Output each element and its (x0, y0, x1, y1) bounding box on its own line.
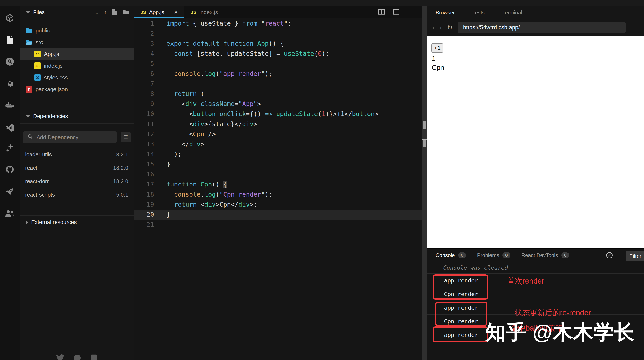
more-ellipsis-icon[interactable]: … (408, 9, 415, 16)
code-line: 16 (134, 169, 422, 179)
forward-icon[interactable]: › (440, 24, 442, 31)
rocket-icon[interactable] (0, 185, 20, 198)
download-icon[interactable]: ↓ (96, 9, 98, 15)
search-icon[interactable] (0, 55, 20, 68)
external-resources-header[interactable]: External resources (20, 215, 134, 229)
line-number: 11 (134, 119, 154, 129)
line-number: 10 (134, 109, 154, 119)
line-number: 16 (134, 169, 154, 179)
filter-button[interactable]: Filter (626, 251, 644, 261)
browser-tab-bar: BrowserTestsTerminal (436, 6, 522, 19)
file-label: src (36, 39, 43, 46)
panel-divider[interactable] (422, 6, 427, 360)
zhihu-watermark: 知乎 @木木学长 (486, 319, 635, 346)
settings-gear-icon[interactable] (0, 77, 20, 90)
folder-icon (26, 27, 33, 34)
clear-console-icon[interactable] (606, 252, 612, 258)
split-view-icon[interactable] (378, 9, 385, 15)
resize-handle-grip[interactable] (424, 140, 426, 147)
line-number: 9 (134, 99, 154, 109)
code-area[interactable]: 1import { useState } from "react";23expo… (134, 18, 422, 230)
file-tree-item-package-json[interactable]: npackage.json (20, 83, 134, 95)
dependency-name: react-scripts (25, 192, 55, 198)
upload-icon[interactable]: ↑ (104, 9, 107, 15)
twitter-icon[interactable] (56, 354, 64, 360)
close-icon[interactable]: ✕ (174, 9, 178, 15)
code-line: 20} (134, 210, 422, 220)
back-icon[interactable]: ‹ (432, 24, 434, 31)
ai-sparkles-icon[interactable] (0, 141, 20, 155)
line-number: 20 (134, 210, 154, 220)
new-folder-icon[interactable] (123, 9, 129, 15)
increment-button[interactable]: +1 (432, 43, 443, 53)
annotation-box-bailout (433, 327, 488, 343)
line-content: const [state, updateState] = useState(0)… (166, 49, 329, 59)
dependency-row-react[interactable]: react18.2.0 (20, 161, 134, 175)
dependency-version: 18.2.0 (113, 178, 128, 185)
console-tab-react-devtools[interactable]: React DevTools0 (521, 252, 569, 258)
dependency-row-react-dom[interactable]: react-dom18.2.0 (20, 175, 134, 188)
url-bar[interactable]: https://54wtrd.csb.app/ (458, 22, 626, 33)
github-icon[interactable] (0, 163, 20, 176)
code-line: 4 const [state, updateState] = useState(… (134, 49, 422, 59)
js-file-icon: JS (140, 10, 146, 15)
search-icon (28, 134, 33, 141)
line-content: ); (166, 149, 182, 159)
folder-open-icon (26, 39, 33, 46)
dependencies-section-header[interactable]: Dependencies (20, 109, 134, 124)
tab-label: index.js (199, 9, 218, 15)
code-line: 18 console.log("Cpn render"); (134, 189, 422, 200)
dependency-row-loader-utils[interactable]: loader-utils3.2.1 (20, 148, 134, 161)
line-number: 19 (134, 200, 154, 210)
console-tab-problems[interactable]: Problems0 (477, 252, 510, 258)
line-content: <div className="App"> (166, 99, 261, 109)
editor-tab-index-js[interactable]: JSindex.js (184, 6, 224, 18)
editor-toolbar: … (378, 6, 415, 18)
line-number: 2 (134, 28, 154, 38)
social-links (20, 354, 134, 360)
code-line: 13 </div> (134, 139, 422, 149)
codesandbox-box-icon[interactable] (90, 354, 98, 360)
dependency-row-react-scripts[interactable]: react-scripts5.0.1 (20, 188, 134, 201)
annotation-rerender: 状态更新后的re-render (515, 308, 591, 318)
add-dependency-input[interactable]: Add Dependency (23, 131, 116, 143)
file-tree-item-App-js[interactable]: JSApp.js (20, 48, 134, 60)
collaborators-icon[interactable] (0, 207, 20, 220)
docker-icon[interactable] (0, 99, 20, 112)
files-section-title: Files (33, 9, 45, 15)
file-tree-item-public[interactable]: public (20, 25, 134, 36)
url-text: https://54wtrd.csb.app/ (463, 24, 520, 31)
file-label: styles.css (44, 74, 68, 81)
code-line: 6 console.log("app render"); (134, 69, 422, 79)
line-number: 21 (134, 220, 154, 230)
dependency-menu-button[interactable]: ☰ (121, 132, 131, 142)
window-top-bar (0, 0, 644, 6)
line-content: } (166, 210, 170, 220)
add-dependency-placeholder: Add Dependency (36, 134, 78, 141)
github-icon[interactable] (74, 354, 81, 360)
line-number: 7 (134, 79, 154, 89)
editor-tab-App-js[interactable]: JSApp.js✕ (134, 6, 184, 18)
file-tree-item-src[interactable]: src (20, 36, 134, 48)
line-content: </div> (166, 139, 204, 149)
preview-icon[interactable] (393, 9, 399, 15)
files-icon[interactable] (0, 33, 20, 46)
js-icon: JS (34, 62, 41, 69)
reload-icon[interactable]: ↻ (447, 24, 452, 31)
new-file-icon[interactable] (112, 9, 118, 16)
editor-scrollbar-thumb[interactable] (424, 121, 426, 129)
console-tab-console[interactable]: Console0 (436, 252, 466, 258)
file-label: public (36, 27, 50, 34)
browser-tab-terminal[interactable]: Terminal (502, 10, 522, 16)
count-badge: 0 (458, 252, 466, 258)
browser-tab-browser[interactable]: Browser (436, 10, 455, 16)
file-tree-item-index-js[interactable]: JSindex.js (20, 60, 134, 72)
codesandbox-logo-icon[interactable] (0, 11, 20, 25)
line-number: 6 (134, 69, 154, 79)
code-line: 21 (134, 220, 422, 230)
file-tree-item-styles-css[interactable]: 3styles.css (20, 72, 134, 83)
browser-tab-tests[interactable]: Tests (472, 10, 485, 16)
code-line: 3export default function App() { (134, 38, 422, 49)
vscode-icon[interactable] (0, 121, 20, 134)
js-icon: JS (34, 50, 41, 58)
